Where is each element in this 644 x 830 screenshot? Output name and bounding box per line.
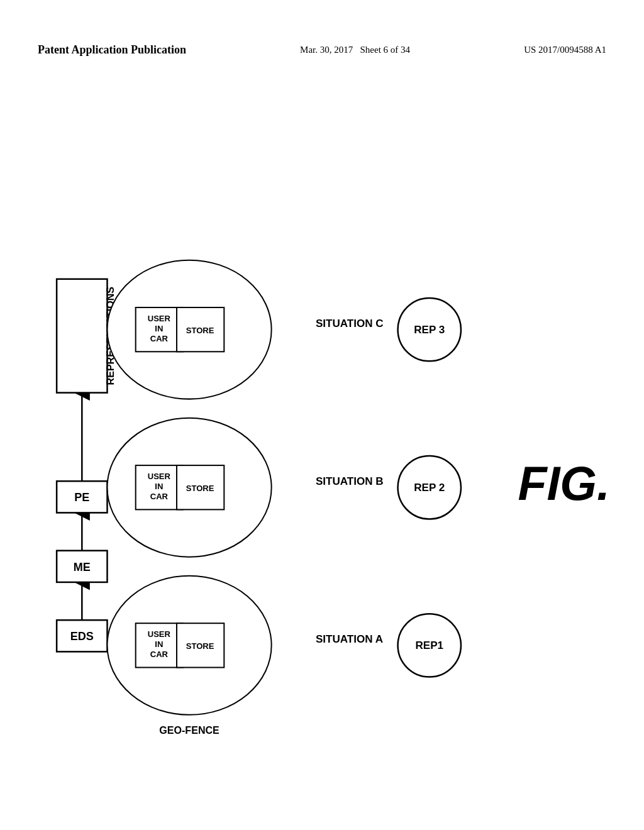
svg-text:IN: IN <box>155 639 163 649</box>
svg-text:GEO-FENCE: GEO-FENCE <box>159 724 219 736</box>
svg-text:STORE: STORE <box>186 484 214 493</box>
publication-title: Patent Application Publication <box>38 42 186 58</box>
svg-text:CAR: CAR <box>150 334 169 343</box>
svg-text:STORE: STORE <box>186 326 214 335</box>
svg-text:IN: IN <box>155 482 163 491</box>
svg-rect-9 <box>57 279 107 393</box>
svg-text:USER: USER <box>148 472 171 481</box>
svg-text:ME: ME <box>74 561 91 573</box>
svg-text:EDS: EDS <box>70 630 94 643</box>
svg-text:REP1: REP1 <box>415 639 443 651</box>
page-header: Patent Application Publication Mar. 30, … <box>0 42 644 58</box>
svg-text:IN: IN <box>155 324 163 333</box>
svg-text:CAR: CAR <box>150 650 169 659</box>
svg-text:USER: USER <box>148 629 171 639</box>
svg-text:CAR: CAR <box>150 492 169 501</box>
svg-text:PE: PE <box>74 491 89 504</box>
patent-number: US 2017/0094588 A1 <box>524 42 606 57</box>
svg-text:FIG. 5: FIG. 5 <box>518 457 606 510</box>
svg-text:REP 3: REP 3 <box>414 324 445 336</box>
main-diagram: EDS ME PE REPRESENTATIONS GEO-FENCE USER… <box>38 113 606 792</box>
sheet-info: Mar. 30, 2017 Sheet 6 of 34 <box>300 42 410 57</box>
svg-text:SITUATION A: SITUATION A <box>316 633 383 645</box>
svg-text:STORE: STORE <box>186 641 214 651</box>
svg-text:SITUATION B: SITUATION B <box>316 475 384 487</box>
svg-text:USER: USER <box>148 314 171 323</box>
svg-text:REP 2: REP 2 <box>414 482 445 494</box>
svg-text:SITUATION C: SITUATION C <box>316 318 384 329</box>
